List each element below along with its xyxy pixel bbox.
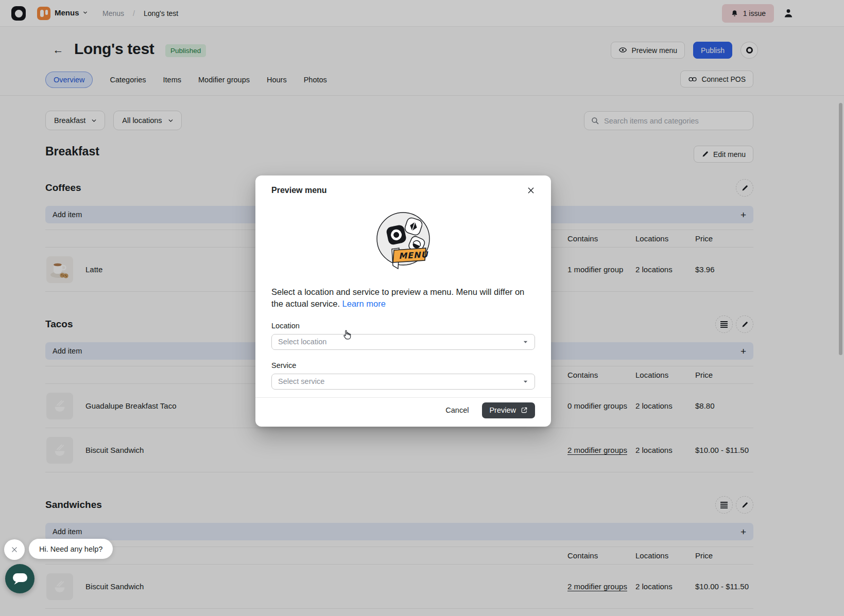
chat-greeting-bubble[interactable]: Hi. Need any help? <box>29 539 113 559</box>
learn-more-link[interactable]: Learn more <box>342 299 386 308</box>
svg-text:MENU: MENU <box>399 250 429 261</box>
chevron-down-icon <box>523 339 528 345</box>
preview-submit-button[interactable]: Preview <box>482 402 535 418</box>
dialog-description: Select a location and service to preview… <box>271 286 537 310</box>
chat-greeting-text: Hi. Need any help? <box>39 545 102 553</box>
service-select-placeholder: Select service <box>278 377 324 385</box>
cancel-button[interactable]: Cancel <box>445 406 469 414</box>
close-icon <box>11 546 18 553</box>
dialog-title: Preview menu <box>271 186 327 195</box>
location-select-placeholder: Select location <box>278 338 326 346</box>
mouse-cursor-hand <box>341 329 352 341</box>
external-link-icon <box>521 407 528 414</box>
menu-illustration: MENU <box>372 209 434 272</box>
location-select[interactable]: Select location <box>271 334 535 350</box>
chat-launcher-button[interactable] <box>5 564 35 593</box>
service-select[interactable]: Select service <box>271 374 535 390</box>
preview-menu-dialog: Preview menu MENU Select a <box>255 175 551 427</box>
close-icon[interactable] <box>527 186 535 195</box>
service-label: Service <box>271 361 535 369</box>
chat-bubble-icon <box>12 572 28 586</box>
preview-submit-label: Preview <box>489 406 516 414</box>
chat-dismiss-button[interactable] <box>4 539 25 560</box>
location-label: Location <box>271 322 535 330</box>
chevron-down-icon <box>523 379 528 384</box>
